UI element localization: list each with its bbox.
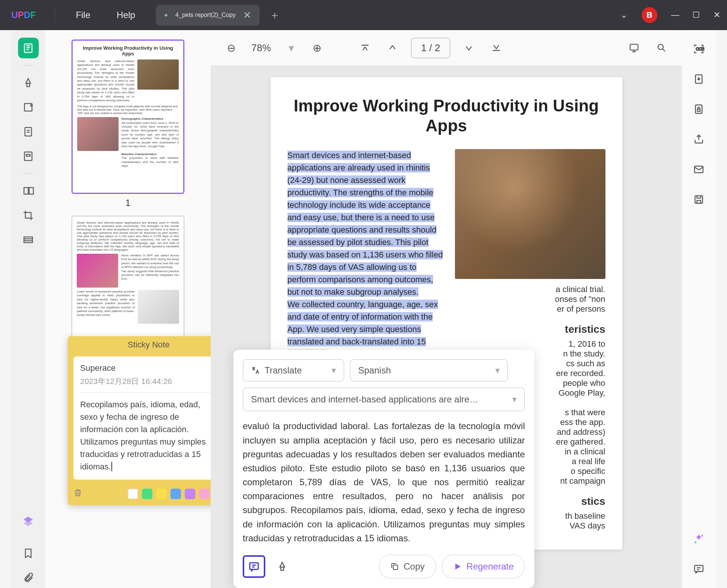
page-indicator[interactable]: 1 / 2 <box>411 38 450 58</box>
protect-icon[interactable] <box>689 100 708 119</box>
translate-source-select[interactable]: Smart devices and internet-based applica… <box>243 387 525 411</box>
menu-file[interactable]: File <box>62 10 103 20</box>
ocr-icon[interactable]: OCR <box>689 40 708 58</box>
app-logo: UPDF <box>0 10 47 20</box>
svg-rect-6 <box>29 187 33 194</box>
thumbnail-page-1[interactable]: Improve Working Productivity in Using Ap… <box>64 40 192 208</box>
sticky-note-popup: Sticky Note Superace 2023年12月28日 16:44:2… <box>68 336 211 505</box>
organize-tool[interactable] <box>18 180 39 201</box>
translate-language-select[interactable]: Spanish▾ <box>350 359 508 382</box>
titlebar: UPDF File Help ● 4_pets report(2)_Copy ✕… <box>0 0 727 30</box>
tab-title: 4_pets report(2)_Copy <box>175 12 236 18</box>
sticky-body-text[interactable]: Recopilamos país, idioma, edad, sexo y f… <box>80 398 211 473</box>
svg-rect-20 <box>695 565 703 571</box>
translate-output[interactable]: evaluó la productividad laboral. Las for… <box>243 419 525 545</box>
close-window-icon[interactable]: ✕ <box>706 10 727 20</box>
page-tool[interactable] <box>18 121 39 142</box>
presentation-icon[interactable] <box>625 39 643 57</box>
separator <box>55 8 55 23</box>
user-avatar[interactable]: B <box>642 7 657 23</box>
chevron-down-icon[interactable]: ⌄ <box>613 10 634 20</box>
highlight-tool[interactable] <box>18 72 39 93</box>
svg-rect-7 <box>24 237 33 242</box>
save-icon[interactable] <box>689 190 708 209</box>
new-tab-button[interactable]: ＋ <box>269 8 280 23</box>
layers-icon[interactable] <box>18 511 39 532</box>
tab-indicator: ● <box>164 12 168 18</box>
ai-icon[interactable] <box>689 530 708 548</box>
menu-help[interactable]: Help <box>103 10 148 20</box>
color-yellow[interactable] <box>156 489 167 499</box>
edit-text-tool[interactable] <box>18 97 39 117</box>
last-page-button[interactable] <box>487 39 505 57</box>
email-icon[interactable] <box>689 160 708 179</box>
bookmark-icon[interactable] <box>18 543 39 564</box>
redact-tool[interactable] <box>18 229 39 250</box>
trash-icon[interactable] <box>73 488 82 500</box>
document-area: ⊖ 78% ▾ ⊕ 1 / 2 Improve Working Producti… <box>211 30 682 588</box>
svg-rect-17 <box>695 196 703 203</box>
svg-rect-15 <box>697 109 700 111</box>
color-pink[interactable] <box>199 489 210 499</box>
first-page-button[interactable] <box>356 39 374 57</box>
convert-icon[interactable] <box>689 70 708 88</box>
regenerate-button[interactable]: Regenerate <box>442 554 525 579</box>
svg-point-19 <box>695 541 697 543</box>
thumbnail-panel: Improve Working Productivity in Using Ap… <box>45 30 211 588</box>
share-icon[interactable] <box>689 130 708 149</box>
form-tool[interactable] <box>18 146 39 166</box>
color-blue[interactable] <box>170 489 181 499</box>
svg-rect-8 <box>630 44 638 50</box>
maximize-icon[interactable]: ☐ <box>686 10 706 20</box>
svg-point-18 <box>701 535 703 537</box>
right-toolbar: OCR <box>682 30 716 588</box>
page-number-label: 1 <box>64 198 192 208</box>
divider <box>23 173 34 174</box>
minimize-icon[interactable]: — <box>665 10 686 20</box>
zoom-in-button[interactable]: ⊕ <box>308 39 326 57</box>
copy-button[interactable]: Copy <box>379 554 436 579</box>
attachment-icon[interactable] <box>18 567 39 588</box>
svg-rect-4 <box>26 154 30 156</box>
next-page-button[interactable] <box>460 39 478 57</box>
highlight-action-button[interactable] <box>271 555 294 578</box>
svg-rect-11 <box>393 565 398 570</box>
crop-tool[interactable] <box>18 205 39 225</box>
translate-panel: Translate▾ Spanish▾ Smart devices and in… <box>233 350 534 588</box>
svg-rect-10 <box>250 563 259 570</box>
close-tab-icon[interactable]: ✕ <box>243 9 251 21</box>
search-icon[interactable] <box>652 39 671 57</box>
zoom-dropdown-icon[interactable]: ▾ <box>282 39 300 57</box>
thumbnails-tool[interactable] <box>18 38 39 58</box>
zoom-level: 78% <box>248 42 275 54</box>
sticky-author: Superace <box>80 363 211 373</box>
comment-icon[interactable] <box>689 560 708 579</box>
divider <box>23 65 34 66</box>
svg-point-9 <box>658 44 663 50</box>
left-toolbar <box>11 30 45 588</box>
color-green[interactable] <box>142 489 152 499</box>
document-title: Improve Working Productivity in Using Ap… <box>287 96 605 136</box>
svg-rect-5 <box>24 187 28 194</box>
prev-page-button[interactable] <box>383 39 402 57</box>
color-purple[interactable] <box>185 489 195 499</box>
sticky-timestamp: 2023年12月28日 16:44:26 <box>80 376 211 393</box>
color-white[interactable] <box>128 489 138 499</box>
thumbnail-page-2[interactable]: Smart devices and internet-based applica… <box>64 216 192 370</box>
document-tab[interactable]: ● 4_pets report(2)_Copy ✕ <box>156 5 260 26</box>
zoom-out-button[interactable]: ⊖ <box>222 39 240 57</box>
translate-mode-select[interactable]: Translate▾ <box>243 359 344 382</box>
document-toolbar: ⊖ 78% ▾ ⊕ 1 / 2 <box>211 30 682 66</box>
sticky-note-title: Sticky Note <box>68 336 211 353</box>
sticky-note-action-button[interactable] <box>243 555 265 578</box>
svg-text:OCR: OCR <box>696 47 704 51</box>
document-image <box>455 149 605 279</box>
highlighted-paragraph-1[interactable]: Smart devices and internet-based applica… <box>287 151 443 297</box>
